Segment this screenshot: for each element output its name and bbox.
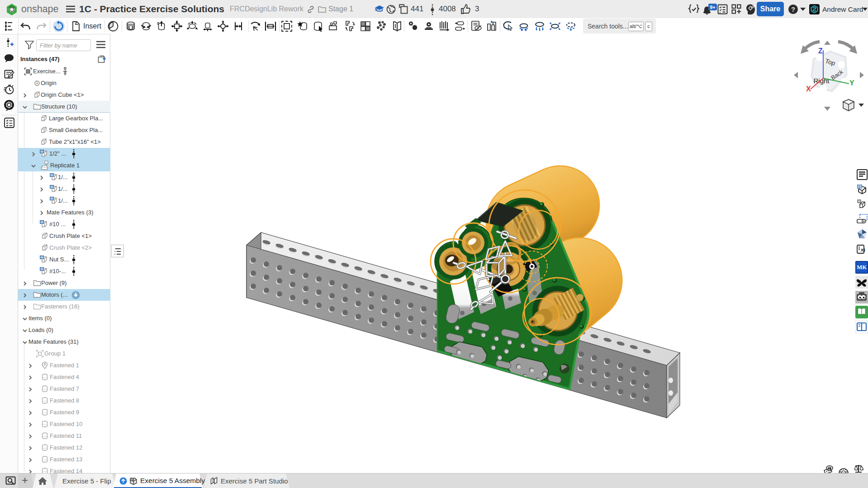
- svg-text:Y: Y: [849, 79, 854, 87]
- svg-text:Right: Right: [813, 77, 830, 85]
- svg-text:?: ?: [791, 6, 795, 13]
- svg-text:Z: Z: [818, 47, 823, 55]
- svg-text:9+: 9+: [710, 5, 716, 10]
- svg-text:x): x): [861, 247, 865, 252]
- svg-text:X: X: [806, 85, 811, 93]
